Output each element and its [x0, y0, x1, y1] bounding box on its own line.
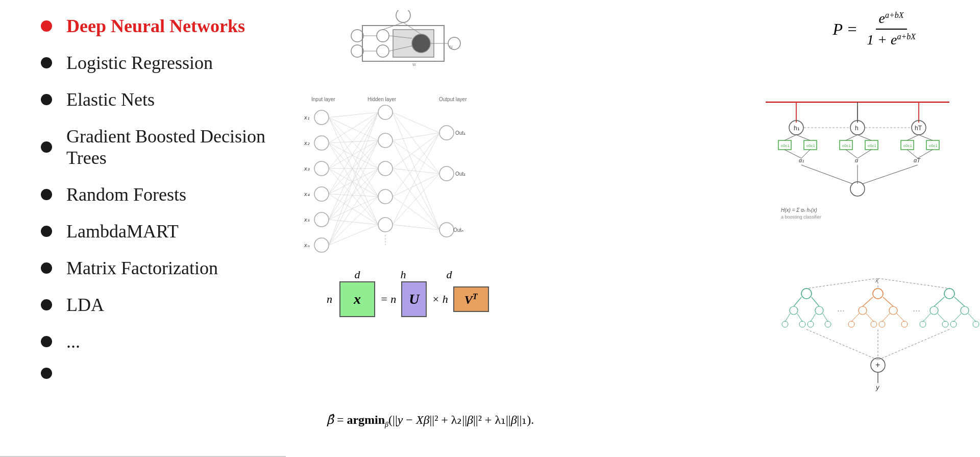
svg-line-140: [785, 314, 790, 322]
svg-point-164: [930, 306, 938, 315]
svg-line-179: [806, 278, 878, 288]
bullet-lambdamart: [41, 226, 52, 237]
boosting-diagram: h₁ h hT c0c1 c0c1 c0c1 c0c1 c0c1 c0c1: [755, 87, 949, 214]
svg-line-126: [857, 150, 871, 158]
svg-point-21: [314, 110, 329, 125]
svg-line-123: [785, 150, 801, 158]
item-label-gbdt: Gradient Boosted Decision Trees: [66, 126, 265, 169]
elastic-net-formula: β̂ = argminβ(||y − Xβ||² + λ₂||β||² + λ₁…: [327, 413, 534, 429]
svg-line-169: [968, 314, 976, 322]
bullet-ellipsis: [41, 336, 52, 347]
list-item-lambdamart: LambdaMART: [41, 221, 265, 242]
svg-line-84: [393, 197, 439, 230]
svg-line-176: [806, 329, 878, 360]
svg-point-70: [439, 223, 454, 237]
svg-point-35: [378, 161, 393, 176]
svg-text:w: w: [412, 62, 416, 67]
svg-point-2: [351, 30, 363, 42]
svg-line-77: [393, 140, 439, 174]
svg-line-137: [812, 297, 819, 306]
matrix-factorization-diagram: d h d n x = n U: [327, 268, 521, 345]
svg-line-114: [785, 135, 796, 140]
svg-point-37: [378, 218, 393, 232]
svg-text:hT: hT: [915, 125, 922, 132]
svg-point-33: [378, 105, 393, 119]
item-label-ellipsis: ...: [66, 331, 80, 352]
list-item-logistic: Logistic Regression: [41, 52, 265, 74]
svg-line-43: [329, 112, 378, 143]
svg-line-67: [329, 225, 378, 245]
svg-line-46: [329, 143, 378, 197]
svg-text:Out₁: Out₁: [455, 130, 465, 136]
svg-point-68: [439, 126, 454, 140]
list-item-matrix-fact: Matrix Factorization: [41, 257, 265, 279]
logistic-formula: P = ea+bX 1 + ea+bX: [833, 10, 919, 48]
d-label-top: d: [337, 268, 378, 281]
svg-point-36: [378, 189, 393, 204]
vt-matrix: VT: [453, 286, 489, 312]
svg-point-165: [961, 306, 969, 315]
svg-text:a boosting classifier: a boosting classifier: [781, 214, 821, 220]
item-label-deep-neural: Deep Neural Networks: [66, 15, 245, 37]
svg-line-49: [329, 140, 378, 169]
svg-line-38: [329, 112, 378, 117]
svg-line-60: [329, 169, 378, 220]
svg-line-163: [954, 297, 965, 306]
h-label-top: h: [388, 268, 419, 281]
svg-line-154: [866, 314, 874, 322]
svg-line-119: [919, 135, 933, 140]
svg-text:...: ...: [913, 303, 920, 314]
list-item-empty: [41, 368, 265, 379]
svg-line-47: [329, 143, 378, 225]
svg-line-81: [393, 112, 439, 230]
svg-line-53: [329, 112, 378, 194]
svg-line-127: [907, 150, 918, 158]
svg-text:H(x) = Σ αₜ hₜ(x): H(x) = Σ αₜ hₜ(x): [781, 207, 817, 213]
random-forest-diagram: ... ... x + y: [776, 278, 970, 391]
svg-point-170: [920, 321, 926, 327]
bullet-deep-neural: [41, 20, 52, 32]
svg-line-64: [329, 140, 378, 245]
svg-point-160: [901, 321, 908, 327]
svg-line-56: [329, 194, 378, 197]
n-label-left: n: [327, 293, 332, 306]
svg-point-159: [879, 321, 885, 327]
item-label-lda: LDA: [66, 294, 104, 316]
list-item-random-forests: Random Forests: [41, 184, 265, 205]
svg-line-136: [794, 297, 801, 306]
svg-point-4: [377, 30, 389, 42]
svg-text:h: h: [855, 125, 859, 132]
svg-text:c0c1: c0c1: [842, 143, 851, 148]
svg-text:y: y: [875, 383, 880, 391]
equals-label: = n: [380, 293, 396, 306]
svg-point-3: [351, 45, 363, 57]
svg-point-148: [873, 288, 883, 299]
svg-point-145: [799, 321, 805, 327]
svg-line-129: [801, 165, 852, 184]
svg-point-26: [314, 238, 329, 252]
list-item-elastic: Elastic Nets: [41, 89, 265, 110]
svg-line-73: [393, 133, 439, 169]
bullet-logistic: [41, 57, 52, 68]
times-label: × h: [432, 293, 448, 306]
svg-line-125: [846, 150, 857, 158]
svg-line-42: [329, 117, 378, 225]
svg-point-138: [790, 306, 798, 315]
svg-text:c0c1: c0c1: [903, 143, 912, 148]
svg-text:x₂: x₂: [304, 140, 310, 146]
svg-point-151: [859, 306, 867, 315]
svg-text:c0c1: c0c1: [868, 143, 876, 148]
numerator: ea+bX: [876, 10, 907, 30]
item-label-logistic: Logistic Regression: [66, 52, 213, 74]
svg-line-83: [393, 169, 439, 230]
svg-text:c0c1: c0c1: [806, 143, 815, 148]
svg-line-75: [393, 133, 439, 225]
svg-text:c0c1: c0c1: [781, 143, 790, 148]
bullet-empty: [41, 368, 52, 379]
svg-text:x₄: x₄: [304, 191, 310, 197]
svg-text:Output layer: Output layer: [439, 97, 467, 102]
svg-line-117: [857, 135, 871, 140]
svg-point-161: [944, 288, 954, 299]
svg-line-131: [863, 165, 918, 184]
right-panel: w N P = ea+bX 1 + ea+bX Input layer Hi: [286, 0, 980, 457]
